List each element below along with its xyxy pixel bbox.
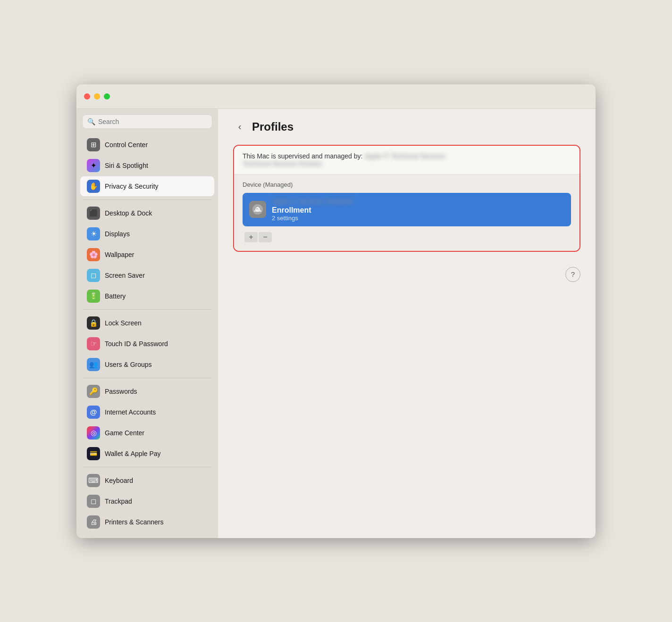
minimize-button[interactable] [94,93,100,100]
enrollment-settings: 2 settings [272,215,564,222]
passwords-icon: 🔑 [87,385,100,398]
sidebar-item[interactable]: 👥 Users & Groups [80,355,214,374]
sidebar-item-label: Trackpad [105,498,132,505]
sidebar-item[interactable]: ⬛ Desktop & Dock [80,203,214,223]
device-managed-section: Device (Managed) [234,174,580,251]
sidebar-item[interactable]: ✦ Siri & Spotlight [80,156,214,175]
sidebar: 🔍 ⊞ Control Center ✦ Siri & Spotlight ✋ [76,109,218,538]
touchid-icon: ☞ [87,337,100,350]
sidebar-item-label: Lock Screen [105,319,142,327]
sidebar-item-label: Printers & Scanners [105,518,164,526]
sidebar-item-label: Screen Saver [105,272,145,279]
system-settings-window: 🔍 ⊞ Control Center ✦ Siri & Spotlight ✋ [76,84,596,538]
supervised-banner: This Mac is supervised and managed by: A… [234,146,580,174]
add-profile-button[interactable]: + [244,232,258,242]
internet-accounts-icon: @ [87,406,100,419]
printers-icon: 🖨 [87,515,100,529]
sidebar-item[interactable]: 🔋 Battery [80,286,214,306]
sidebar-item[interactable]: 🌸 Wallpaper [80,245,214,265]
sidebar-item-label: Privacy & Security [105,182,159,190]
battery-icon: 🔋 [87,290,100,303]
page-header: ‹ Profiles [233,120,580,133]
close-button[interactable] [84,93,90,100]
supervised-label: This Mac is supervised and managed by: [243,152,362,160]
enrollment-title: Enrollment [272,206,311,215]
users-groups-icon: 👥 [87,358,100,371]
sidebar-item[interactable]: ◻ Screen Saver [80,265,214,285]
sidebar-item-label: Passwords [105,388,137,395]
sidebar-divider [83,309,211,310]
sidebar-item-label: Siri & Spotlight [105,162,148,169]
game-center-icon: ◎ [87,426,100,440]
screensaver-icon: ◻ [87,269,100,282]
search-icon: 🔍 [87,118,95,125]
trackpad-icon: ◻ [87,495,100,508]
sidebar-item[interactable]: @ Internet Accounts [80,402,214,422]
enrollment-name: Apple IT Services Technical [272,198,564,205]
sidebar-item-label: Displays [105,230,130,238]
remove-profile-button[interactable]: − [259,232,272,242]
privacy-security-icon: ✋ [87,180,100,193]
sidebar-item-label: Touch ID & Password [105,340,168,348]
sidebar-item-label: Wallpaper [105,251,134,258]
main-content: ‹ Profiles This Mac is supervised and ma… [218,109,596,538]
sidebar-divider [83,467,211,467]
control-center-icon: ⊞ [87,138,100,151]
profiles-card: This Mac is supervised and managed by: A… [233,145,580,252]
sidebar-item-label: Game Center [105,429,144,437]
sidebar-item[interactable]: ☀ Displays [80,224,214,244]
sidebar-item[interactable]: 🔑 Passwords [80,381,214,401]
sidebar-item[interactable]: 🔒 Lock Screen [80,313,214,333]
displays-icon: ☀ [87,227,100,241]
siri-icon: ✦ [87,159,100,172]
sidebar-item[interactable]: ☞ Touch ID & Password [80,334,214,354]
sidebar-item-label: Control Center [105,141,148,149]
supervised-sub-blurred: Technical Services Division [243,160,322,167]
add-remove-row: + − [243,231,571,246]
sidebar-item[interactable]: ◻ Trackpad [80,491,214,511]
back-icon: ‹ [238,121,242,132]
device-managed-label: Device (Managed) [243,181,571,188]
help-button[interactable]: ? [565,267,580,282]
sidebar-divider [83,378,211,378]
sidebar-item[interactable]: ⊞ Control Center [80,135,214,155]
maximize-button[interactable] [104,93,110,100]
sidebar-item-label: Desktop & Dock [105,209,152,217]
sidebar-divider [83,199,211,200]
sidebar-item-label: Battery [105,292,126,300]
enrollment-text: Apple IT Services Technical Enrollment 2… [272,198,564,222]
sidebar-item-label: Keyboard [105,477,133,484]
search-input[interactable] [98,118,207,125]
sidebar-item-label: Users & Groups [105,361,152,368]
sidebar-item-label: Internet Accounts [105,408,156,416]
page-title: Profiles [252,120,294,133]
content-area: 🔍 ⊞ Control Center ✦ Siri & Spotlight ✋ [76,109,596,538]
wallpaper-icon: 🌸 [87,248,100,261]
sidebar-item[interactable]: 🖨 Printers & Scanners [80,512,214,532]
sidebar-item[interactable]: 💳 Wallet & Apple Pay [80,444,214,464]
enrollment-icon [249,201,266,218]
search-box[interactable]: 🔍 [82,115,212,129]
traffic-lights [84,93,110,100]
titlebar [76,84,596,109]
back-button[interactable]: ‹ [233,120,246,133]
supervised-by-blurred: Apple IT Technical Services [364,152,445,160]
sidebar-item-label: Wallet & Apple Pay [105,450,161,457]
keyboard-icon: ⌨ [87,474,100,487]
sidebar-item[interactable]: ◎ Game Center [80,423,214,443]
help-area: ? [233,263,580,282]
wallet-icon: 💳 [87,447,100,460]
enrollment-name-blurred: Apple IT Services Technical [272,198,353,205]
lockscreen-icon: 🔒 [87,316,100,330]
sidebar-item[interactable]: ⌨ Keyboard [80,471,214,490]
enrollment-row[interactable]: Apple IT Services Technical Enrollment 2… [243,193,571,226]
desktop-dock-icon: ⬛ [87,207,100,220]
sidebar-item-privacy-security[interactable]: ✋ Privacy & Security [80,176,214,196]
